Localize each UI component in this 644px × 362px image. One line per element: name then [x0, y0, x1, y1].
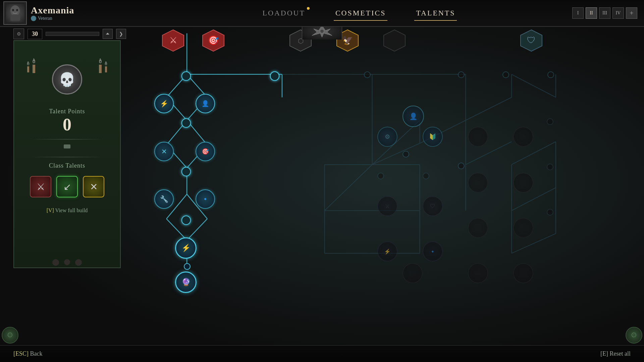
hex-icon-2[interactable]: 🎯 [201, 28, 225, 54]
node-large-row1-3[interactable] [468, 127, 488, 147]
node-talent-left-2[interactable]: ✕ [154, 142, 174, 161]
svg-line-26 [325, 165, 372, 210]
node-mid-small-1[interactable] [402, 151, 409, 158]
node-dim-4[interactable] [547, 71, 554, 78]
reset-button[interactable]: [E] Reset all [600, 350, 631, 357]
character-info: Axemania Veteran [31, 5, 74, 21]
header: Axemania Veteran LOADOUT COSMETICS TALEN… [0, 0, 644, 27]
esc-key: [ESC] [13, 350, 29, 357]
svg-line-29 [372, 143, 420, 165]
divider-ornament [64, 144, 70, 148]
node-right-1[interactable] [547, 118, 553, 125]
loadout-dot [307, 7, 310, 10]
class-talents-label: Class Talents [49, 162, 85, 169]
nav-tabs: LOADOUT COSMETICS TALENTS [148, 5, 570, 21]
view-full-build-button[interactable]: [V] View full build [47, 207, 88, 214]
character-class: Veteran [31, 16, 74, 21]
node-connector-1[interactable] [181, 71, 191, 81]
avatar [6, 4, 24, 22]
talent-points-value: 0 [63, 115, 71, 134]
class-talent-1[interactable]: ⚔ [30, 176, 51, 197]
skull-emblem: 💀 [52, 64, 82, 95]
node-right-2[interactable] [547, 164, 553, 170]
tier-3-button[interactable]: III [599, 7, 610, 19]
svg-text:⚔: ⚔ [169, 36, 177, 45]
tier-buttons: I II III IV + [570, 7, 644, 19]
node-connector-4[interactable] [181, 216, 191, 225]
back-label: Back [30, 350, 43, 357]
node-large-row4-3[interactable] [468, 218, 488, 238]
node-talent-right-1[interactable]: 👤 [196, 94, 215, 113]
node-talent-right-2[interactable]: 🎯 [196, 142, 215, 161]
node-talent-left-1[interactable]: ⚡ [154, 94, 174, 113]
back-button[interactable]: [ESC] Back [13, 350, 42, 357]
svg-text:🛡: 🛡 [527, 36, 536, 45]
corner-circle-bl: ⚙ [2, 327, 18, 344]
tier-2-button[interactable]: II [586, 7, 597, 19]
node-talent-left-3[interactable]: 🔧 [154, 189, 174, 209]
class-talents-row: ⚔ ↙ ✕ [30, 176, 104, 197]
node-dim-1[interactable] [364, 71, 371, 78]
node-large-row3-3[interactable] [468, 173, 488, 193]
node-large-row1-1[interactable]: ⚙ [377, 127, 397, 147]
node-large-row4-1[interactable]: ⚡ [377, 241, 397, 261]
hex-icon-6[interactable]: 🛡 [519, 28, 543, 54]
svg-point-3 [16, 9, 18, 11]
node-mid-1[interactable]: 👤 [402, 106, 424, 127]
tier-1-button[interactable]: I [572, 7, 584, 19]
avatar-frame [3, 1, 27, 25]
tab-talents[interactable]: TALENTS [414, 5, 457, 21]
svg-line-32 [466, 97, 512, 120]
node-large-row3-4[interactable] [513, 173, 533, 193]
node-dim-3[interactable] [502, 71, 509, 78]
advance-button[interactable]: ❯ [116, 29, 126, 39]
node-small-1[interactable] [184, 263, 191, 270]
corner-decoration-br: ⚙ [624, 325, 644, 345]
node-connector-3[interactable] [181, 167, 191, 176]
node-talent-bottom-main[interactable]: ⚡ [175, 237, 197, 259]
svg-point-2 [12, 9, 14, 11]
svg-marker-61 [384, 30, 405, 51]
class-talent-2[interactable]: ↙ [56, 176, 78, 197]
tier-add-button[interactable]: + [626, 7, 637, 19]
tier-4-button[interactable]: IV [612, 7, 624, 19]
node-mid-small-2[interactable] [458, 163, 465, 169]
level-decoration: ⚙ [13, 28, 24, 39]
reset-label-text: [E] Reset all [600, 350, 631, 357]
node-large-row4-2[interactable]: 🔹 [423, 241, 443, 261]
hex-icon-5[interactable] [382, 28, 407, 54]
panel-bottom-decoration [52, 259, 82, 266]
node-dim-2[interactable] [458, 71, 465, 78]
panel-divider [30, 139, 104, 139]
node-bottom-2[interactable] [468, 263, 488, 283]
tab-loadout[interactable]: LOADOUT [261, 5, 307, 21]
svg-text:🦅: 🦅 [342, 35, 353, 46]
character-name: Axemania [31, 5, 74, 16]
node-small-dim-1[interactable] [377, 173, 384, 179]
svg-rect-1 [10, 15, 20, 21]
node-talent-right-3[interactable]: 🔹 [196, 189, 215, 209]
node-large-row1-4[interactable] [513, 127, 533, 147]
view-build-key: [V] [47, 207, 54, 213]
node-large-row4-4[interactable] [513, 218, 533, 238]
talent-points-label: Talent Points [49, 108, 85, 115]
tab-cosmetics[interactable]: COSMETICS [334, 5, 387, 21]
node-large-row3-1[interactable]: ⚔ [377, 196, 397, 216]
chevron-up-button[interactable]: ⏶ [103, 29, 113, 39]
node-bottom-3[interactable] [513, 263, 533, 283]
bottom-bar: [ESC] Back [E] Reset all [0, 345, 644, 362]
left-panel: 🕯 🕯 🕯 🕯 💀 Talent Points 0 Class Talents [13, 40, 121, 268]
corner-decoration-bl: ⚙ [0, 325, 20, 345]
node-connector-2[interactable] [181, 118, 191, 128]
node-large-row1-2[interactable]: 🔰 [423, 127, 443, 147]
svg-text:🎯: 🎯 [208, 35, 219, 46]
node-mid-connector[interactable] [270, 71, 279, 81]
node-talent-bottom-terminal[interactable]: 🔮 [175, 272, 197, 293]
class-talent-3[interactable]: ✕ [83, 176, 104, 197]
node-bottom-1[interactable] [402, 263, 423, 283]
node-small-dim-2[interactable] [423, 173, 429, 179]
skull-deco-3 [75, 259, 82, 266]
node-right-3[interactable] [547, 209, 553, 216]
hex-icon-1[interactable]: ⚔ [161, 28, 185, 54]
node-large-row3-2[interactable]: 🛡 [423, 196, 443, 216]
